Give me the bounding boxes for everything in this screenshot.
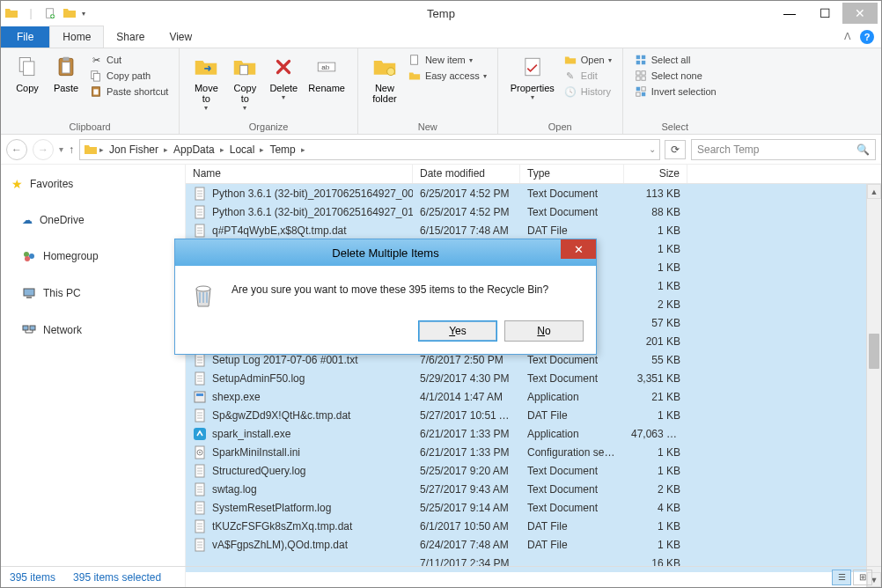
tab-home[interactable]: Home: [49, 26, 104, 48]
copy-path-button[interactable]: Copy path: [89, 69, 168, 83]
table-row[interactable]: Python 3.6.1 (32-bit)_20170625164927_01.…: [186, 202, 881, 221]
file-size: 113 KB: [624, 186, 687, 202]
open-button[interactable]: Open ▾: [563, 53, 612, 67]
easy-access-icon: [408, 69, 422, 83]
breadcrumb-seg[interactable]: Temp: [266, 143, 298, 156]
svg-rect-41: [195, 392, 205, 402]
refresh-button[interactable]: ⟳: [665, 140, 686, 159]
nav-network[interactable]: Network: [1, 318, 185, 342]
table-row[interactable]: q#PT4qWybE,x$8Qt.tmp.dat6/15/2017 7:48 A…: [186, 221, 881, 239]
table-row[interactable]: Sp&gwZDd9X!QtH&c.tmp.dat5/27/2017 10:51 …: [186, 406, 881, 424]
easy-access-button[interactable]: Easy access ▾: [408, 69, 487, 83]
file-icon: [193, 501, 207, 515]
new-folder-button[interactable]: New folder: [365, 51, 404, 120]
properties-button[interactable]: Properties▾: [505, 51, 560, 120]
qat-new-file-icon[interactable]: [43, 6, 57, 20]
table-row[interactable]: StructuredQuery.log5/25/2017 9:20 AMText…: [186, 461, 881, 480]
file-date: 4/1/2014 1:47 AM: [413, 389, 520, 405]
select-none-button[interactable]: Select none: [634, 69, 717, 83]
recent-locations-icon[interactable]: ▾: [59, 144, 63, 154]
dialog-title: Delete Multiple Items: [332, 246, 438, 260]
qat-separator: |: [24, 6, 38, 20]
copy-icon: [13, 53, 41, 81]
svg-rect-24: [642, 77, 645, 80]
open-group-label: Open: [505, 120, 615, 134]
svg-rect-27: [636, 92, 639, 96]
paste-button[interactable]: Paste: [47, 51, 85, 120]
table-row[interactable]: swtag.log5/27/2017 9:43 AMText Document2…: [186, 480, 881, 498]
dialog-close-button[interactable]: ✕: [561, 239, 596, 259]
nav-this-pc[interactable]: This PC: [1, 281, 185, 305]
network-icon: [22, 323, 36, 337]
file-name: Sp&gwZDd9X!QtH&c.tmp.dat: [212, 409, 350, 422]
table-row[interactable]: SetupAdminF50.log5/29/2017 4:30 PMText D…: [186, 369, 881, 387]
file-icon: [193, 371, 207, 386]
column-size[interactable]: Size: [624, 165, 687, 183]
scroll-up-button[interactable]: ▲: [867, 184, 881, 199]
details-view-button[interactable]: ☰: [832, 570, 851, 585]
minimize-button[interactable]: —: [772, 3, 807, 24]
file-name: spark_install.exe: [212, 428, 290, 440]
open-icon: [563, 53, 577, 67]
table-row[interactable]: SystemResetPlatform.log5/25/2017 9:14 AM…: [186, 498, 881, 517]
table-row[interactable]: vA$FgpsZhLM),QOd.tmp.dat6/24/2017 7:48 A…: [186, 535, 881, 554]
dialog-no-button[interactable]: No: [504, 320, 584, 342]
file-date: 5/27/2017 10:51 AM: [413, 408, 520, 423]
file-size: 88 KB: [624, 204, 687, 220]
table-row[interactable]: Python 3.6.1 (32-bit)_20170625164927_00.…: [186, 184, 881, 202]
table-row[interactable]: spark_install.exe6/21/2017 1:33 PMApplic…: [186, 424, 881, 443]
table-row[interactable]: shexp.exe4/1/2014 1:47 AMApplication21 K…: [186, 387, 881, 406]
select-all-button[interactable]: Select all: [634, 53, 717, 67]
forward-button[interactable]: →: [33, 139, 54, 160]
file-menu[interactable]: File: [1, 26, 49, 48]
breadcrumb-seg[interactable]: Local: [226, 143, 259, 156]
icons-view-button[interactable]: ⊞: [853, 570, 872, 585]
file-type: Application: [520, 426, 624, 442]
table-row[interactable]: SparkMiniInstall.ini6/21/2017 1:33 PMCon…: [186, 443, 881, 461]
file-name: StructuredQuery.log: [212, 465, 306, 477]
tab-share[interactable]: Share: [104, 26, 157, 48]
help-icon[interactable]: ?: [860, 30, 874, 44]
svg-text:ab: ab: [321, 63, 330, 71]
svg-rect-25: [636, 87, 639, 91]
close-button[interactable]: ✕: [842, 3, 878, 24]
organize-group-label: Organize: [187, 120, 350, 134]
breadcrumb-seg[interactable]: Jon Fisher: [106, 143, 162, 156]
file-type: DAT File: [520, 408, 624, 423]
delete-button[interactable]: Delete▾: [264, 51, 303, 120]
dialog-message: Are you sure you want to move these 395 …: [232, 280, 548, 296]
scrollbar[interactable]: ▲ ▼: [866, 184, 881, 587]
file-size: 1 KB: [624, 537, 687, 553]
scroll-thumb[interactable]: [869, 334, 879, 369]
rename-button[interactable]: abRename: [303, 51, 350, 120]
search-input[interactable]: Search Temp 🔍: [691, 139, 876, 160]
column-type[interactable]: Type: [520, 165, 624, 183]
invert-selection-button[interactable]: Invert selection: [634, 85, 717, 99]
breadcrumb-dropdown-icon[interactable]: ⌄: [649, 144, 656, 154]
cut-button[interactable]: ✂Cut: [89, 53, 168, 67]
qat-dropdown-icon[interactable]: ▾: [82, 10, 85, 18]
dialog-title-bar[interactable]: Delete Multiple Items ✕: [175, 239, 596, 266]
up-button[interactable]: ↑: [69, 143, 74, 156]
copy-to-button[interactable]: Copy to▾: [225, 51, 264, 120]
paste-shortcut-button[interactable]: Paste shortcut: [89, 85, 168, 99]
file-date: 6/24/2017 7:48 AM: [413, 537, 520, 553]
maximize-button[interactable]: ☐: [807, 3, 842, 24]
collapse-ribbon-icon[interactable]: ᐱ: [844, 31, 851, 42]
qat-folder-icon[interactable]: [62, 6, 77, 20]
move-to-button[interactable]: Move to▾: [187, 51, 225, 120]
back-button[interactable]: ←: [6, 139, 27, 160]
file-name: q#PT4qWybE,x$8Qt.tmp.dat: [212, 224, 347, 237]
table-row[interactable]: tKUZcFSFGk8sZmXq.tmp.dat6/1/2017 10:50 A…: [186, 517, 881, 535]
column-date[interactable]: Date modified: [413, 165, 520, 183]
copy-button[interactable]: Copy: [8, 51, 47, 120]
breadcrumb[interactable]: ▸ Jon Fisher▸ AppData▸ Local▸ Temp▸ ⌄: [79, 139, 660, 160]
nav-favorites[interactable]: ★Favorites: [1, 172, 185, 196]
dialog-yes-button[interactable]: Yes: [418, 320, 497, 342]
nav-onedrive[interactable]: ☁OneDrive: [1, 209, 185, 232]
nav-homegroup[interactable]: Homegroup: [1, 244, 185, 268]
tab-view[interactable]: View: [157, 26, 204, 48]
column-name[interactable]: Name: [186, 165, 413, 183]
breadcrumb-seg[interactable]: AppData: [170, 143, 218, 156]
new-item-button[interactable]: New item ▾: [408, 53, 487, 67]
